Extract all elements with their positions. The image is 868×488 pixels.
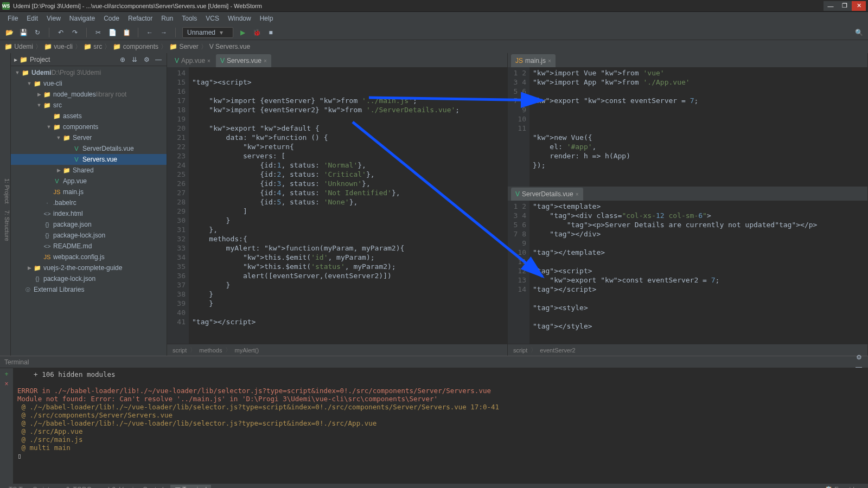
terminal-close-icon[interactable]: ×: [4, 380, 8, 388]
menu-vcs[interactable]: VCS: [202, 14, 222, 23]
breadcrumb-item[interactable]: 📁 Udemi: [4, 43, 33, 50]
tree-item[interactable]: ▼📁vue-cli: [11, 78, 167, 89]
terminal-title: Terminal: [4, 358, 29, 366]
breadcrumb-item[interactable]: 📁 vue-cli: [44, 43, 73, 50]
toolbar: 📂 💾 ↻ ↶ ↷ ✂ 📄 📋 ← → Unnamed ▾ ▶ 🐞 ■ 🔍: [0, 25, 868, 40]
code-crumb[interactable]: script: [173, 347, 187, 354]
bottom-tab[interactable]: ≡ 6: TODO: [56, 485, 96, 488]
event-log-button[interactable]: 📋 Event Log: [825, 486, 864, 488]
menu-tools[interactable]: Tools: [178, 14, 200, 23]
tree-item[interactable]: ⦾External Libraries: [11, 284, 167, 295]
project-panel-title: Project: [30, 56, 50, 63]
code-crumb[interactable]: methods: [199, 347, 222, 354]
bottom-tab[interactable]: ⎇ 9: Version Control: [98, 485, 168, 488]
paste-icon[interactable]: 📋: [122, 28, 131, 37]
terminal-add-icon[interactable]: +: [4, 370, 8, 378]
code-editor-servers[interactable]: 14 15 16 17 18 19 20 21 22 23 24 25 26 2…: [167, 67, 507, 344]
tree-item[interactable]: <>index.html: [11, 208, 167, 219]
tree-item[interactable]: ▶📁node_modules library root: [11, 89, 167, 100]
tree-item[interactable]: ▶📁Shared: [11, 165, 167, 176]
title-bar: WS Udemi [D:\Progi 3\Udemi] - ...\vue-cl…: [0, 0, 868, 12]
run-config-selector[interactable]: Unnamed ▾: [182, 27, 233, 38]
tree-item[interactable]: ▼📁src: [11, 100, 167, 111]
breadcrumb-item[interactable]: 📁 Server: [169, 43, 199, 50]
forward-icon[interactable]: →: [159, 28, 169, 37]
code-crumb[interactable]: eventServer2: [540, 347, 575, 354]
window-controls: — ❐ ✕: [824, 1, 866, 11]
tree-item[interactable]: <>README.md: [11, 241, 167, 252]
navigation-bar: 📁 Udemi〉📁 vue-cli〉📁 src〉📁 components〉📁 S…: [0, 40, 868, 53]
menu-navigate[interactable]: Navigate: [66, 14, 98, 23]
tree-item[interactable]: ·.babelrc: [11, 197, 167, 208]
locate-icon[interactable]: ⊕: [118, 55, 127, 65]
tree-root[interactable]: ▼📁Udemi D:\Progi 3\Udemi: [11, 67, 167, 78]
project-panel: ▸📁Project ⊕ ⇊ ⚙ — ▼📁Udemi D:\Progi 3\Ude…: [11, 53, 167, 356]
tree-item[interactable]: VApp.vue: [11, 176, 167, 187]
tree-item[interactable]: 📁assets: [11, 111, 167, 121]
left-stripe[interactable]: 1: Project 7: Structure: [0, 53, 11, 356]
breadcrumb-item[interactable]: 📁 components: [113, 43, 158, 50]
cut-icon[interactable]: ✂: [93, 28, 103, 37]
stop-icon[interactable]: ■: [266, 28, 276, 37]
code-crumb[interactable]: script: [513, 347, 527, 354]
menu-edit[interactable]: Edit: [23, 14, 41, 23]
app-icon: WS: [2, 2, 10, 10]
menu-refactor[interactable]: Refactor: [125, 14, 156, 23]
tree-item[interactable]: VServerDetails.vue: [11, 143, 167, 154]
bottom-tab[interactable]: ▣ Terminal: [170, 485, 211, 488]
close-button[interactable]: ✕: [852, 1, 866, 11]
terminal-gear-icon[interactable]: ⚙: [854, 352, 864, 362]
tree-item[interactable]: ▼📁components: [11, 121, 167, 132]
menu-view[interactable]: View: [43, 14, 64, 23]
tree-item[interactable]: {}package-lock.json: [11, 230, 167, 241]
menu-run[interactable]: Run: [158, 14, 176, 23]
code-crumb[interactable]: myAlert(): [234, 347, 259, 354]
back-icon[interactable]: ←: [145, 28, 155, 37]
tree-item[interactable]: {}package-lock.json: [11, 273, 167, 284]
search-icon[interactable]: 🔍: [854, 28, 864, 37]
sync-icon[interactable]: ↻: [33, 28, 42, 37]
editor-right: JSmain.js× 1 2 3 4 5 6 7 8 9 10 11 "kw">…: [508, 53, 868, 356]
code-editor-main[interactable]: 1 2 3 4 5 6 7 8 9 10 11 "kw">import Vue …: [508, 67, 867, 187]
project-panel-icon: 📁: [20, 56, 28, 63]
bottom-tool-tabs: TS TypeScript≡ 6: TODO⎇ 9: Version Contr…: [0, 484, 868, 488]
menu-help[interactable]: Help: [257, 14, 277, 23]
editor-tab[interactable]: VApp.vue×: [170, 54, 215, 67]
save-icon[interactable]: 💾: [18, 28, 28, 37]
breadcrumb-item[interactable]: 📁 src: [84, 43, 102, 50]
open-icon[interactable]: 📂: [4, 28, 14, 37]
minimize-button[interactable]: —: [824, 1, 838, 11]
menu-bar: FileEditViewNavigateCodeRefactorRunTools…: [0, 12, 868, 25]
tree-item[interactable]: {}package.json: [11, 219, 167, 230]
terminal-panel: Terminal ⚙ — + × + 106 hidden modules ER…: [0, 356, 868, 484]
terminal-output[interactable]: + 106 hidden modules ERROR in ./~/babel-…: [13, 368, 868, 484]
hide-icon[interactable]: —: [154, 55, 163, 65]
code-editor-serverdetails[interactable]: 1 2 3 4 5 6 7 8 9 10 11 12 13 14 "tag"><…: [508, 201, 867, 344]
redo-icon[interactable]: ↷: [70, 28, 80, 37]
undo-icon[interactable]: ↶: [56, 28, 66, 37]
menu-code[interactable]: Code: [100, 14, 123, 23]
menu-window[interactable]: Window: [225, 14, 254, 23]
copy-icon[interactable]: 📄: [107, 28, 117, 37]
debug-icon[interactable]: 🐞: [252, 28, 261, 37]
gear-icon[interactable]: ⚙: [142, 55, 151, 65]
tree-item[interactable]: VServers.vue: [11, 154, 167, 165]
breadcrumb-item[interactable]: V Servers.vue: [209, 43, 250, 50]
tree-item[interactable]: JSwebpack.config.js: [11, 252, 167, 262]
editor-tab[interactable]: JSmain.js×: [511, 54, 556, 67]
editor-tab[interactable]: VServers.vue×: [216, 54, 271, 67]
editor-left: VApp.vue×VServers.vue× 14 15 16 17 18 19…: [167, 53, 508, 356]
collapse-icon[interactable]: ⇊: [130, 55, 139, 65]
bottom-tab[interactable]: TS TypeScript: [4, 485, 54, 488]
maximize-button[interactable]: ❐: [838, 1, 852, 11]
project-panel-arrow[interactable]: ▸: [14, 56, 17, 63]
editor-tab[interactable]: VServerDetails.vue×: [511, 188, 583, 201]
run-icon[interactable]: ▶: [238, 28, 247, 37]
window-title: WS Udemi [D:\Progi 3\Udemi] - ...\vue-cl…: [2, 2, 262, 10]
tree-item[interactable]: ▶📁vuejs-2-the-complete-guide: [11, 262, 167, 273]
tree-item[interactable]: JSmain.js: [11, 187, 167, 197]
menu-file[interactable]: File: [4, 14, 21, 23]
tree-item[interactable]: ▼📁Server: [11, 132, 167, 143]
